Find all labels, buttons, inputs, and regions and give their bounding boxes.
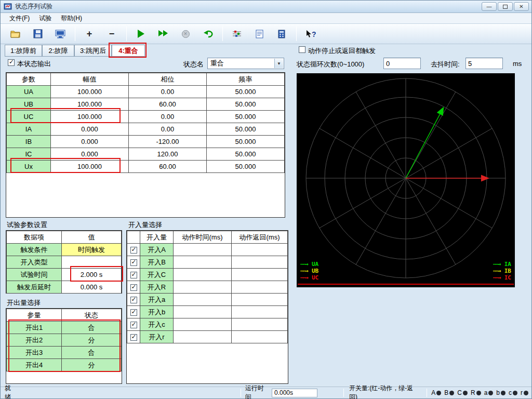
input-check-cell[interactable]: ✓	[127, 331, 140, 343]
plus-icon: +	[87, 29, 92, 38]
input-checkbox[interactable]: ✓	[130, 272, 137, 278]
state-output-checkbox[interactable]: ✓	[8, 59, 15, 66]
frequency-cell[interactable]: 50.000	[207, 86, 285, 98]
frequency-cell[interactable]: 50.000	[207, 98, 285, 111]
phase-cell[interactable]: 0.00	[129, 111, 207, 123]
state-name-select[interactable]: 重合 ▼	[207, 58, 284, 69]
run-button[interactable]	[131, 26, 151, 42]
output-state-cell[interactable]: 分	[62, 359, 122, 371]
input-check-cell[interactable]: ✓	[127, 306, 140, 318]
table-header-row: 数据项 值	[7, 231, 122, 244]
open-button[interactable]	[6, 26, 25, 42]
output-state-cell[interactable]: 合	[62, 322, 122, 334]
report-button[interactable]	[249, 26, 269, 42]
value-cell[interactable]: 2.000 s	[62, 269, 122, 281]
input-check-cell[interactable]: ✓	[127, 244, 140, 256]
debounce-input[interactable]	[466, 58, 503, 69]
frequency-cell[interactable]: 50.000	[207, 123, 285, 136]
amplitude-cell[interactable]: 100.000	[51, 98, 129, 111]
current-legend: ——→IA ——→IB ——→IC	[493, 261, 511, 281]
amplitude-cell[interactable]: 0.000	[51, 123, 129, 136]
table-row: UB 100.000 60.00 50.000	[7, 98, 285, 111]
context-help-button[interactable]: ?	[301, 26, 321, 42]
output-name-cell: 开出2	[7, 334, 62, 347]
input-checkbox[interactable]: ✓	[130, 297, 137, 303]
input-checkbox[interactable]: ✓	[130, 247, 137, 254]
input-check-cell[interactable]: ✓	[127, 281, 140, 294]
tune-button[interactable]	[227, 26, 247, 42]
input-check-cell[interactable]: ✓	[127, 318, 140, 331]
phase-cell[interactable]: 120.00	[129, 148, 207, 161]
maximize-icon	[503, 5, 508, 9]
amplitude-cell[interactable]: 100.000	[51, 86, 129, 98]
tab-pre-fault[interactable]: 1:故障前	[5, 45, 42, 57]
app-window: 状态序列试验 — ✕ 文件(F) 试验 帮助(H) + − ✕	[0, 0, 532, 399]
phase-cell[interactable]: 0.00	[129, 86, 207, 98]
tab-reclose[interactable]: 4:重合	[112, 45, 145, 57]
undo-button[interactable]	[198, 26, 218, 42]
input-checkbox[interactable]: ✓	[130, 322, 137, 328]
col-header: 参量	[7, 309, 62, 322]
stop-button[interactable]: ✕	[176, 26, 195, 42]
loop-count-input[interactable]	[383, 58, 421, 69]
col-header: 动作时间(ms)	[174, 231, 232, 244]
switch-letter: B	[444, 389, 448, 396]
param-name-cell: IA	[7, 123, 51, 136]
input-check-cell[interactable]: ✓	[127, 256, 140, 269]
maximize-button[interactable]	[498, 2, 513, 11]
output-state-cell[interactable]: 分	[62, 334, 122, 347]
phase-cell[interactable]: 0.00	[129, 123, 207, 136]
add-state-button[interactable]: +	[79, 26, 99, 42]
legend-label: UB	[312, 268, 318, 274]
phase-cell[interactable]: 60.00	[129, 98, 207, 111]
table-row: ✓ 开入R	[127, 281, 288, 294]
chevron-down-icon[interactable]: ▼	[274, 59, 283, 68]
export-button[interactable]	[50, 26, 70, 42]
input-checkbox[interactable]: ✓	[130, 309, 137, 316]
input-checkbox[interactable]: ✓	[130, 334, 137, 341]
close-button[interactable]: ✕	[514, 2, 529, 11]
input-checkbox[interactable]: ✓	[130, 284, 137, 291]
switch-letter: C	[457, 389, 462, 396]
input-checkbox[interactable]: ✓	[130, 259, 137, 266]
return-time-cell	[232, 269, 288, 281]
value-cell[interactable]: 0.000 s	[62, 281, 122, 294]
minimize-button[interactable]: —	[482, 2, 497, 11]
input-name-cell: 开入R	[140, 281, 174, 294]
input-name-cell: 开入a	[140, 294, 174, 306]
amplitude-cell[interactable]: 0.000	[51, 136, 129, 148]
trigger-mode-checkbox[interactable]	[299, 46, 305, 53]
undo-arrow-icon	[203, 30, 213, 38]
input-check-cell[interactable]: ✓	[127, 269, 140, 281]
value-cell[interactable]: 时间触发	[62, 244, 122, 256]
col-header: 幅值	[51, 73, 129, 86]
tab-fault[interactable]: 2:故障	[42, 45, 74, 57]
calculator-button[interactable]	[272, 26, 291, 42]
action-time-cell	[174, 294, 232, 306]
frequency-cell[interactable]: 50.000	[207, 161, 285, 173]
fast-forward-button[interactable]	[153, 26, 173, 42]
tab-post-trip[interactable]: 3:跳闸后	[74, 45, 112, 57]
phase-cell[interactable]: 60.00	[129, 161, 207, 173]
legend-label: IC	[504, 274, 511, 281]
amplitude-cell[interactable]: 0.000	[51, 148, 129, 161]
frequency-cell[interactable]: 50.000	[207, 111, 285, 123]
input-check-cell[interactable]: ✓	[127, 294, 140, 306]
amplitude-cell[interactable]: 100.000	[51, 161, 129, 173]
amplitude-cell[interactable]: 100.000	[51, 111, 129, 123]
menu-help[interactable]: 帮助(H)	[56, 13, 87, 24]
remove-state-button[interactable]: −	[102, 26, 122, 42]
frequency-cell[interactable]: 50.000	[207, 136, 285, 148]
phase-cell[interactable]: -120.00	[129, 136, 207, 148]
output-state-cell[interactable]: 合	[62, 347, 122, 359]
state-name-value: 重合	[210, 59, 224, 68]
title-bar[interactable]: 状态序列试验 — ✕	[1, 1, 531, 13]
save-button[interactable]	[28, 26, 48, 42]
value-cell[interactable]	[62, 256, 122, 269]
frequency-cell[interactable]: 50.000	[207, 148, 285, 161]
sliders-icon	[232, 30, 242, 38]
menu-test[interactable]: 试验	[34, 13, 56, 24]
test-params-box: 数据项 值 触发条件 时间触发 开入类型 试验时间 2.000 s 触发后延时 …	[6, 230, 122, 294]
col-header: 开入量	[140, 231, 174, 244]
menu-file[interactable]: 文件(F)	[5, 13, 34, 24]
